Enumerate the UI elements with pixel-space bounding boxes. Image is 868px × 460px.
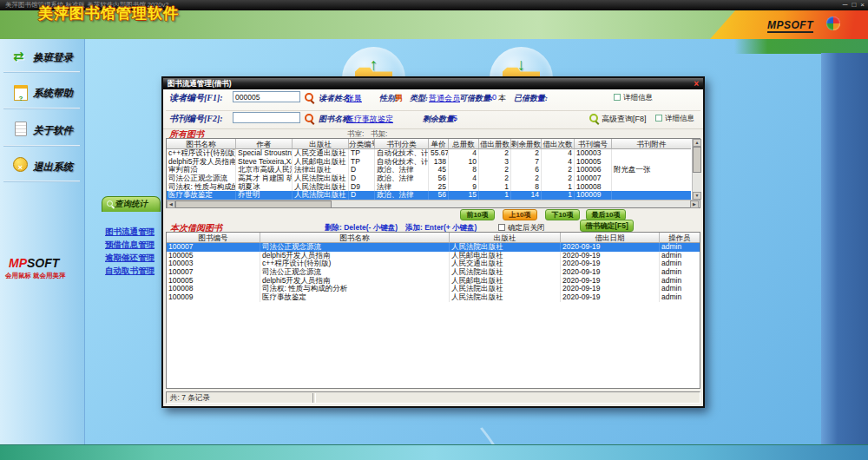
column-header[interactable]: 出版社 (293, 139, 349, 149)
type-label: 类型: (410, 93, 428, 104)
tab-query-statistics[interactable]: 查询统计 (102, 196, 161, 212)
table-header-row: 图书名称 作者 出版社 分类编号 书刊分类 单价 总册数 借出册数 剩余册数 借… (167, 139, 691, 149)
advanced-query-button[interactable]: 高级查询[F8] (602, 114, 647, 125)
next-10-button[interactable]: 下10项 (545, 209, 580, 220)
column-header[interactable]: 出版社 (450, 233, 561, 243)
column-header[interactable]: 单价 (429, 139, 449, 149)
minimize-icon[interactable]: ─ (843, 0, 848, 10)
detail-info-checkbox[interactable] (655, 115, 662, 122)
member-type-link[interactable]: 普通会员 (429, 93, 460, 104)
cell: 政治、法律 (375, 191, 429, 200)
reader-name-link[interactable]: 张晨 (346, 93, 362, 104)
column-header[interactable]: 书刊编号 (575, 139, 612, 149)
scrollbar-thumb[interactable] (693, 147, 701, 173)
cell: 100008 (575, 183, 612, 192)
scroll-down-icon[interactable]: ▼ (693, 192, 701, 200)
table-row[interactable]: 100009医疗事故鉴定人民法院出版社2020-09-19admin (167, 293, 700, 302)
close-icon[interactable]: × (860, 0, 865, 10)
cell: 25 (429, 183, 449, 192)
cell: 人民法院出版社 (450, 285, 561, 293)
advanced-search-icon[interactable] (589, 114, 598, 122)
table-row-selected[interactable]: 100007司法公正观念源流人民法院出版社2020-09-19admin (167, 243, 700, 252)
reader-id-input[interactable] (233, 91, 300, 102)
cell: 2020-09-19 (561, 260, 660, 268)
table-row[interactable]: 司法公正观念源流高其才 肖建国 胡玉人民法院出版社D政治、法律564222100… (167, 174, 691, 183)
sidebar-item-exit[interactable]: × 退出系统 (0, 154, 84, 181)
book-id-input[interactable] (233, 112, 300, 123)
column-header[interactable]: 操作员 (660, 233, 700, 243)
cell: 人民邮电出版社 (293, 158, 349, 167)
scroll-left-icon[interactable]: ◀ (167, 200, 175, 208)
borrow-confirm-button[interactable]: 借书确定[F5] (580, 220, 634, 232)
sidebar-item-about[interactable]: 关于软件 (0, 118, 84, 144)
reader-id-label: 读者编号[F1]: (169, 92, 223, 104)
cell: 附光盘一张 (612, 166, 691, 174)
cell: delphi5开发人员指南 (260, 277, 450, 286)
table-row[interactable]: 审判前沿北京市高级人民法院法律出版社D政治、法律458262100006附光盘一… (167, 166, 691, 174)
column-header[interactable]: 作者 (236, 139, 293, 149)
link-overdue-recall[interactable]: 逾期催还管理 (105, 253, 155, 264)
prev-10-button[interactable]: 上10项 (503, 209, 537, 220)
cell: 45 (429, 166, 449, 174)
scrollbar-thumb[interactable] (175, 200, 332, 208)
quota-unit: 本 (498, 93, 506, 104)
scroll-right-icon[interactable]: ▶ (690, 200, 699, 208)
cell: 55.67 (429, 149, 449, 158)
link-auto-fetch[interactable]: 自动取书管理 (105, 266, 155, 277)
table-row[interactable]: 100005delphi5开发人员指南人民邮电出版社2020-09-19admi… (167, 252, 700, 260)
horizontal-scrollbar[interactable]: ◀ ▶ (167, 200, 700, 207)
cell: 15 (449, 191, 479, 200)
sidebar-item-help[interactable]: ? 系统帮助 (0, 81, 84, 107)
column-header[interactable]: 借出日期 (561, 233, 660, 243)
divider (166, 110, 700, 111)
table-row[interactable]: 100003c++程序设计(特别版)人民交通出版社2020-09-19admin (167, 260, 700, 268)
link-book-circulation[interactable]: 图书流通管理 (105, 227, 155, 238)
cell: 100008 (167, 285, 260, 293)
close-icon[interactable]: × (694, 78, 699, 89)
vertical-scrollbar[interactable]: ▲ ▼ (692, 139, 701, 200)
link-prebook-info[interactable]: 预借信息管理 (105, 240, 155, 251)
column-header[interactable]: 图书名称 (167, 139, 236, 149)
cell (612, 191, 691, 200)
cell: 2020-09-19 (561, 268, 660, 277)
bottom-bar (0, 444, 868, 460)
table-row[interactable]: c++程序设计(特别版)Special Stroustrup人民交通出版社TP自… (167, 149, 691, 158)
cell: 1 (542, 183, 575, 192)
restore-icon[interactable]: □ (852, 0, 856, 10)
column-header[interactable]: 借出册数 (479, 139, 511, 149)
all-books-table: 图书名称 作者 出版社 分类编号 书刊分类 单价 总册数 借出册数 剩余册数 借… (167, 139, 691, 200)
table-row[interactable]: 100007司法公正观念源流人民法院出版社2020-09-19admin (167, 268, 700, 277)
table-row[interactable]: 司法权: 性质与构成的分析胡夏冰人民法院出版社D9法律259181100008 (167, 183, 691, 192)
detail-info-checkbox[interactable] (614, 94, 621, 101)
cell: 人民邮电出版社 (450, 277, 561, 286)
column-header[interactable]: 书刊附件 (612, 139, 691, 149)
table-row[interactable]: 100005delphi5开发人员指南人民邮电出版社2020-09-19admi… (167, 277, 700, 286)
column-header[interactable]: 书刊分类 (375, 139, 429, 149)
scroll-up-icon[interactable]: ▲ (693, 139, 701, 147)
sidebar-item-shift-login[interactable]: ⇄ 换班登录 (0, 45, 84, 71)
column-header[interactable]: 图书名称 (260, 233, 450, 243)
column-header[interactable]: 图书编号 (167, 233, 260, 243)
borrowed-count-link[interactable]: 0 (538, 93, 542, 102)
column-header[interactable]: 总册数 (449, 139, 479, 149)
cell: 司法权: 性质与构成的分析 (167, 183, 236, 192)
column-header[interactable]: 剩余册数 (511, 139, 542, 149)
book-name-link[interactable]: 医疗事故鉴定 (346, 114, 393, 125)
table-row[interactable]: 100008司法权: 性质与构成的分析人民法院出版社2020-09-19admi… (167, 285, 700, 293)
cell: admin (660, 293, 700, 302)
close-after-confirm-checkbox[interactable] (498, 224, 505, 231)
cell: 2 (542, 174, 575, 183)
cell: 8 (449, 166, 479, 174)
column-header[interactable]: 分类编号 (349, 139, 375, 149)
cell: admin (660, 243, 700, 252)
cell: 北京市高级人民法院 (236, 166, 293, 174)
table-row-selected[interactable]: 医疗事故鉴定乔世明人民法院出版社D政治、法律56151141100009 (167, 191, 691, 200)
cell: TP (349, 158, 375, 167)
quota-value: 10 (488, 93, 496, 102)
search-icon[interactable] (305, 114, 313, 122)
table-row[interactable]: delphi5开发人员指南Steve Teixeira,Xavi人民邮电出版社T… (167, 158, 691, 167)
column-header[interactable]: 借出次数 (542, 139, 575, 149)
first-10-button[interactable]: 前10项 (460, 209, 495, 220)
search-icon[interactable] (305, 93, 313, 102)
cell: 审判前沿 (167, 166, 236, 174)
